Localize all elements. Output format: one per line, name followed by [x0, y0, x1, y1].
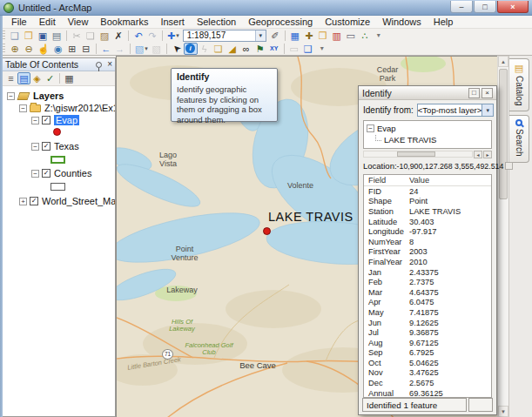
attribute-row[interactable]: Jan 2.43375: [364, 267, 491, 278]
collapse-icon[interactable]: −: [31, 170, 39, 178]
menu-item[interactable]: File: [5, 16, 33, 29]
layer-checkbox[interactable]: ✓: [30, 197, 38, 205]
menu-item[interactable]: Customize: [319, 16, 376, 29]
identify-titlebar[interactable]: Identify □ ×: [359, 86, 496, 100]
attribute-row[interactable]: Sep 6.7925: [364, 348, 491, 359]
menu-item[interactable]: Windows: [376, 16, 428, 29]
scale-combobox[interactable]: 1:189,157 ▾: [183, 30, 266, 42]
menu-item[interactable]: Insert: [154, 16, 191, 29]
result-tree-child[interactable]: LAKE TRAVIS: [367, 134, 488, 145]
hscroll-track[interactable]: [363, 151, 473, 158]
attribute-row[interactable]: Apr 6.0475: [364, 298, 491, 308]
expand-icon[interactable]: +: [19, 198, 27, 205]
menu-item[interactable]: View: [62, 16, 95, 29]
evap-symbol-row[interactable]: [3, 126, 115, 138]
attribute-row[interactable]: Feb 2.7375: [364, 277, 491, 287]
tree-item-basemap[interactable]: + ✓ World_Street_Map: [3, 195, 115, 207]
attribute-row[interactable]: Jun 9.12625: [364, 318, 491, 328]
chevron-down-icon[interactable]: ▾: [255, 30, 266, 41]
identify-button[interactable]: i: [184, 43, 198, 55]
python-window-button[interactable]: ▭: [344, 30, 358, 42]
counties-symbol-row[interactable]: [3, 181, 115, 192]
chevron-down-icon[interactable]: ▾: [481, 104, 493, 116]
save-button[interactable]: ▣: [36, 30, 50, 42]
back-extent-button[interactable]: ←: [99, 43, 113, 55]
layer-checkbox[interactable]: ✓: [42, 116, 51, 124]
list-by-drawing-order-button[interactable]: ≡: [4, 72, 17, 84]
paste-button[interactable]: ▨: [98, 30, 111, 42]
scroll-up-icon[interactable]: ▲: [498, 56, 508, 67]
attribute-row[interactable]: Annual 69.36125: [364, 388, 491, 398]
editor-toolbar-button[interactable]: ✐: [268, 30, 282, 42]
list-by-visibility-button[interactable]: ◈: [30, 72, 44, 84]
select-elements-button[interactable]: ➤: [170, 43, 184, 55]
list-by-selection-button[interactable]: ✓: [44, 72, 57, 84]
modelbuilder-button[interactable]: ∴: [358, 30, 372, 42]
attribute-row[interactable]: Longitude -97.917: [364, 226, 491, 237]
time-slider-button[interactable]: ▭: [287, 43, 301, 55]
layer-checkbox[interactable]: ✓: [42, 142, 51, 151]
map-vertical-scrollbar[interactable]: ▲ ▼: [497, 56, 508, 417]
attribute-row[interactable]: Shape Point: [364, 197, 491, 207]
close-button[interactable]: ×: [497, 1, 529, 13]
collapse-icon[interactable]: −: [7, 92, 15, 100]
identified-point-marker[interactable]: [263, 227, 271, 235]
zoom-out-button[interactable]: ⊖: [22, 43, 36, 55]
cut-button[interactable]: ✂: [70, 30, 84, 42]
find-route-button[interactable]: ⚑: [253, 43, 267, 55]
navigate-button[interactable]: ✚: [165, 30, 181, 42]
toc-options-button[interactable]: ▦: [63, 72, 76, 84]
viewer-window-button[interactable]: ❑: [301, 43, 315, 55]
attribute-row[interactable]: FID 24: [364, 186, 491, 197]
fixed-zoom-in-button[interactable]: ⊞: [65, 43, 79, 55]
attribute-row[interactable]: FinalYear 2010: [364, 257, 491, 267]
close-icon[interactable]: ×: [481, 88, 493, 98]
collapse-icon[interactable]: −: [31, 143, 39, 151]
collapse-icon[interactable]: −: [19, 104, 27, 112]
html-popup-button[interactable]: ❏: [212, 43, 226, 55]
tree-item-texas[interactable]: − ✓ Texas: [3, 140, 115, 152]
add-data-button[interactable]: ✚: [302, 30, 316, 42]
tree-item-evap[interactable]: − ✓ Evap: [3, 114, 115, 126]
menu-item[interactable]: Help: [428, 16, 460, 29]
tree-item-group[interactable]: − Z:\giswr2012\Ex1\Ex1Data: [3, 102, 115, 114]
attribute-row[interactable]: Mar 4.64375: [364, 287, 491, 298]
clear-selection-button[interactable]: ▧: [150, 43, 164, 55]
print-button[interactable]: ▤: [50, 30, 64, 42]
tab-search[interactable]: Search: [509, 115, 529, 163]
arctoolbox-button[interactable]: ▥: [330, 30, 344, 42]
new-document-button[interactable]: ❑: [8, 30, 22, 42]
forward-extent-button[interactable]: →: [113, 43, 127, 55]
toc-window-button[interactable]: ▦: [288, 30, 302, 42]
attribute-row[interactable]: May 7.41875: [364, 307, 491, 318]
scroll-down-icon[interactable]: ▼: [498, 406, 508, 417]
maximize-icon[interactable]: □: [468, 88, 480, 98]
collapse-icon[interactable]: −: [367, 124, 374, 132]
full-extent-button[interactable]: ◉: [51, 43, 65, 55]
tab-catalog[interactable]: ▤ Catalog: [509, 58, 529, 111]
attribute-row[interactable]: NumYear 8: [364, 237, 491, 247]
collapse-icon[interactable]: −: [31, 117, 39, 124]
attribute-row[interactable]: Dec 2.5675: [364, 378, 491, 388]
toolbar-overflow[interactable]: ▾: [372, 30, 386, 42]
attribute-row[interactable]: Station LAKE TRAVIS: [364, 206, 491, 217]
tree-item-counties[interactable]: − ✓ Counties: [3, 167, 115, 179]
menu-item[interactable]: Edit: [33, 16, 62, 29]
identify-from-combobox[interactable]: <Top-most layer> ▾: [417, 104, 494, 117]
menu-item[interactable]: Bookmarks: [94, 16, 154, 29]
texas-symbol-row[interactable]: [3, 154, 115, 165]
list-by-source-button[interactable]: ▤: [17, 72, 30, 84]
pin-icon[interactable]: [96, 62, 102, 68]
menu-item[interactable]: Geoprocessing: [242, 16, 319, 29]
hyperlink-button[interactable]: ϟ: [198, 43, 212, 55]
delete-button[interactable]: ✗: [111, 30, 125, 42]
result-tree-parent[interactable]: − Evap: [367, 123, 488, 134]
pan-button[interactable]: ☝: [36, 43, 51, 55]
location-units-button[interactable]: [505, 162, 513, 170]
attribute-row[interactable]: FirstYear 2003: [364, 247, 491, 258]
tree-item-layers[interactable]: − Layers: [3, 90, 115, 102]
scroll-left-icon[interactable]: ◂: [474, 151, 482, 158]
undo-button[interactable]: ↶: [131, 30, 145, 42]
attribute-row[interactable]: Nov 3.47625: [364, 368, 491, 379]
close-icon[interactable]: ×: [107, 60, 112, 69]
